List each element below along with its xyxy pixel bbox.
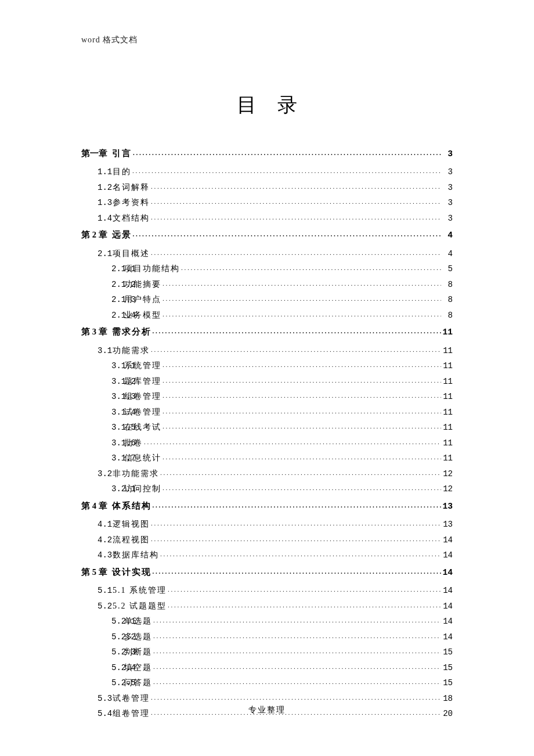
- toc-entry-row: 2.1项目概述4: [81, 248, 453, 258]
- toc-entry-number: 5.2.2: [81, 633, 124, 641]
- toc-entry-number: 第 2 章: [81, 231, 107, 239]
- toc-entry-page: 5: [442, 265, 453, 273]
- toc-entry-label: 数据库结构: [113, 551, 159, 559]
- toc-entry-label: 组卷管理: [124, 393, 161, 401]
- toc-leader-dots: [153, 631, 441, 639]
- toc-entry-page: 18: [442, 694, 453, 703]
- toc-entry-row: 1.1目的3: [81, 166, 453, 176]
- toc-entry-label: 文档结构: [113, 214, 150, 222]
- toc-entry-page: 15: [442, 664, 453, 672]
- toc-entry-label: 用户特点: [124, 296, 161, 304]
- toc-entry-label: 试卷管理: [113, 694, 150, 703]
- toc-entry-label: 参考资料: [113, 199, 150, 207]
- toc-leader-dots: [151, 182, 441, 190]
- toc-entry-label: 在线考试: [124, 423, 161, 431]
- toc-entry-page: 14: [442, 551, 453, 559]
- toc-leader-dots: [132, 166, 441, 174]
- header-note: word 格式文档: [81, 35, 453, 45]
- toc-leader-dots: [151, 519, 441, 527]
- toc-chapter-row: 第 5 章设计实现14: [81, 566, 453, 577]
- toc-leader-dots: [151, 248, 441, 256]
- toc-entry-row: 3.1功能需求11: [81, 345, 453, 355]
- toc-entry-number: 第一章: [81, 149, 107, 158]
- toc-entry-row: 3.2非功能需求12: [81, 468, 453, 478]
- toc-entry-page: 13: [442, 502, 453, 511]
- toc-entry-number: 3.1: [81, 347, 113, 355]
- toc-leader-dots: [168, 585, 441, 593]
- toc-entry-number: 2.1.4: [81, 311, 124, 319]
- toc-chapter-row: 第 4 章体系结构13: [81, 500, 453, 510]
- toc-entry-label: 非功能需求: [113, 470, 159, 478]
- toc-leader-dots: [151, 534, 441, 542]
- toc-entry-row: 3.1.5在线考试11: [81, 422, 453, 431]
- toc-entry-page: 11: [442, 439, 453, 447]
- toc-leader-dots: [153, 615, 441, 624]
- toc-entry-number: 2.1.3: [81, 296, 124, 304]
- toc-entry-label: 5.2 试题题型: [113, 602, 167, 610]
- toc-entry-label: 流程视图: [113, 536, 150, 544]
- toc-entry-row: 3.1.3组卷管理11: [81, 391, 453, 401]
- toc-entry-label: 引言: [112, 149, 132, 158]
- toc-entry-label: 填空题: [124, 664, 152, 672]
- toc-entry-number: 4.2: [81, 536, 113, 544]
- toc-entry-label: 多选题: [124, 633, 152, 641]
- toc-entry-page: 13: [442, 520, 453, 528]
- toc-entry-row: 4.1逻辑视图13: [81, 519, 453, 528]
- toc-leader-dots: [163, 452, 441, 460]
- toc-entry-label: 体系结构: [112, 502, 151, 510]
- toc-entry-page: 14: [442, 633, 453, 641]
- toc-entry-page: 12: [442, 485, 453, 493]
- toc-entry-page: 11: [442, 408, 453, 416]
- footer-note: 专业整理: [0, 705, 534, 715]
- toc-entry-label: 批卷: [124, 439, 143, 447]
- toc-entry-label: 单选题: [124, 617, 152, 625]
- toc-entry-label: 系统管理: [124, 362, 161, 370]
- toc-entry-number: 3.1.1: [81, 362, 124, 370]
- toc-entry-page: 11: [442, 377, 453, 386]
- toc-entry-row: 3.1.6批卷11: [81, 437, 453, 447]
- toc-leader-dots: [151, 213, 441, 221]
- toc-entry-row: 5.25.2 试题题型14: [81, 600, 453, 610]
- toc-entry-number: 2.1.1: [81, 265, 124, 273]
- toc-chapter-row: 第一章引言3: [81, 147, 453, 158]
- toc-entry-number: 5.1: [81, 586, 113, 595]
- toc-entry-page: 3: [442, 183, 453, 192]
- toc-entry-page: 8: [442, 280, 453, 289]
- toc-entry-label: 5.1 系统管理: [113, 586, 167, 595]
- toc-entry-page: 8: [442, 296, 453, 304]
- toc-leader-dots: [163, 422, 441, 430]
- toc-entry-label: 逻辑视图: [113, 520, 150, 528]
- toc-leader-dots: [163, 360, 441, 368]
- toc-leader-dots: [163, 309, 441, 318]
- toc-entry-page: 11: [442, 362, 453, 370]
- toc-entry-row: 3.1.7信息统计11: [81, 452, 453, 462]
- toc-entry-number: 4.3: [81, 551, 113, 559]
- toc-entry-page: 3: [442, 168, 453, 176]
- toc-entry-page: 15: [442, 648, 453, 656]
- toc-leader-dots: [181, 263, 441, 271]
- toc-entry-page: 14: [442, 602, 453, 610]
- toc-entry-label: 问答题: [124, 679, 152, 687]
- toc-entry-label: 信息统计: [124, 454, 161, 462]
- toc-entry-row: 5.2.2多选题14: [81, 631, 453, 641]
- toc-entry-page: 14: [442, 568, 453, 577]
- toc-entry-page: 11: [442, 454, 453, 462]
- toc-leader-dots: [153, 646, 441, 654]
- toc-entry-row: 2.1.3用户特点8: [81, 294, 453, 304]
- toc-entry-page: 3: [442, 150, 453, 159]
- toc-entry-row: 1.4文档结构3: [81, 213, 453, 222]
- toc-entry-row: 3.1.1系统管理11: [81, 360, 453, 370]
- toc-entry-number: 5.2.1: [81, 617, 124, 625]
- toc-entry-page: 14: [442, 617, 453, 625]
- toc-entry-row: 4.3数据库结构14: [81, 549, 453, 559]
- toc-entry-number: 3.1.6: [81, 439, 124, 447]
- toc-entry-label: 访问控制: [124, 485, 161, 493]
- toc-entry-row: 2.1.4业务模型8: [81, 309, 453, 319]
- toc-entry-row: 3.1.2题库管理11: [81, 376, 453, 386]
- toc-entry-number: 3.1.3: [81, 393, 124, 401]
- toc-entry-page: 8: [442, 311, 453, 319]
- toc-entry-page: 14: [442, 536, 453, 544]
- toc-leader-dots: [153, 566, 442, 575]
- toc-leader-dots: [151, 693, 441, 701]
- toc-entry-number: 5.2.3: [81, 648, 124, 656]
